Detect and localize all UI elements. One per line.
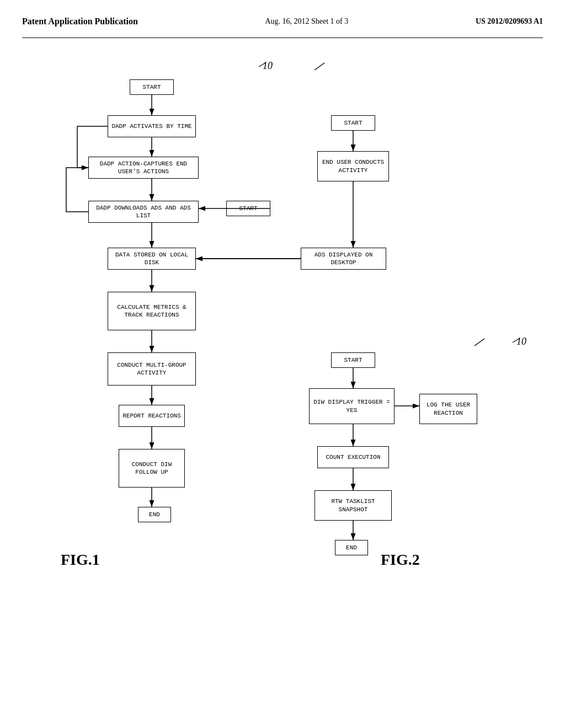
ref-number-2: 10 [516, 336, 526, 347]
box-start1: START [130, 79, 174, 95]
box-calculate: CALCULATE METRICS & TRACK REACTIONS [108, 292, 196, 330]
diagram-area: 10 START DADP ACTIVATES BY TIME DADP ACT… [22, 55, 543, 661]
header-publication: Patent Application Publication [22, 17, 138, 26]
box-diw-display: DIW DISPLAY TRIGGER = YES [309, 388, 395, 424]
box-report: REPORT REACTIONS [119, 405, 185, 427]
box-end2: END [335, 540, 368, 555]
box-start2: START [331, 115, 375, 131]
box-ads-displayed: ADS DISPLAYED ON DESKTOP [301, 248, 386, 270]
box-count-execution: COUNT EXECUTION [317, 446, 389, 468]
box-end-user: END USER CONDUCTS ACTIVITY [317, 151, 389, 181]
box-data-stored: DATA STORED ON LOCAL DISK [108, 248, 196, 270]
svg-line-18 [315, 63, 324, 70]
box-start4: START [331, 352, 375, 368]
box-dadp-downloads: DADP DOWNLOADS ADS AND ADS LIST [88, 201, 199, 223]
box-rtw-tasklist: RTW TASKLIST SNAPSHOT [315, 490, 392, 521]
box-conduct-diw: CONDUCT DIW FOLLOW UP [119, 449, 185, 488]
box-start3: START [226, 201, 270, 216]
box-dadp-action: DADP ACTION-CAPTURES END USER'S ACTIONS [88, 157, 199, 179]
header-patent: US 2012/0209693 A1 [476, 17, 543, 26]
flow-connectors [22, 55, 543, 661]
svg-line-19 [475, 339, 484, 346]
fig2-label: FIG.2 [381, 551, 420, 569]
box-conduct-multi: CONDUCT MULTI-GROUP ACTIVITY [108, 352, 196, 386]
ref-number-1: 10 [263, 60, 273, 72]
box-end1: END [138, 507, 171, 522]
box-log-user: LOG THE USER REACTION [419, 394, 477, 424]
header-date: Aug. 16, 2012 Sheet 1 of 3 [265, 17, 348, 26]
fig1-label: FIG.1 [61, 551, 100, 569]
page: Patent Application Publication Aug. 16, … [0, 0, 565, 728]
box-dadp-activates: DADP ACTIVATES BY TIME [108, 115, 196, 137]
header: Patent Application Publication Aug. 16, … [22, 11, 543, 38]
